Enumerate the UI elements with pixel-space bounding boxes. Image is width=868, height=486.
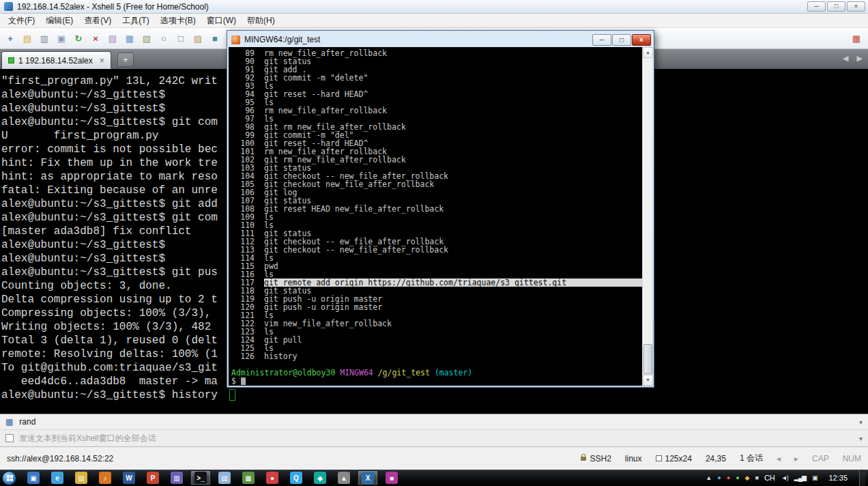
menu-item[interactable]: 帮助(H): [242, 14, 280, 28]
tray-app-icon-2[interactable]: ●: [727, 475, 729, 481]
taskbar-app-icon-2[interactable]: e: [47, 470, 68, 485]
tray-app-icon-4[interactable]: ◆: [745, 475, 749, 481]
taskbar-app-icon-5[interactable]: W: [119, 470, 139, 485]
toolbar-icon-3[interactable]: ▥: [37, 31, 52, 46]
start-button[interactable]: [2, 471, 16, 485]
input-line: $: [231, 377, 642, 385]
taskbar-app-icon-6[interactable]: P: [143, 470, 163, 485]
menu-item[interactable]: 工具(T): [117, 14, 154, 28]
window-controls: ─ □ ×: [807, 1, 865, 12]
show-desktop-button[interactable]: [859, 470, 865, 486]
cursor-position-label: 24,35: [706, 454, 726, 463]
mingw-scrollbar[interactable]: ▲ ▼: [642, 47, 652, 386]
windows-flag-icon: [7, 475, 10, 478]
menu-item[interactable]: 编辑(E): [40, 14, 78, 28]
taskbar-app-icon-8[interactable]: >_: [190, 470, 211, 485]
mingw-terminal[interactable]: 89 rm new_file_after_rollback 90 git sta…: [229, 47, 652, 386]
minimize-button[interactable]: ─: [807, 1, 826, 12]
taskbar-clock[interactable]: 12:35: [823, 474, 853, 482]
quick-command-set-icon: ▦: [5, 418, 13, 426]
language-indicator[interactable]: CH: [764, 474, 775, 482]
mingw-maximize-button[interactable]: □: [612, 34, 631, 46]
find-icon[interactable]: ○: [156, 31, 171, 46]
tray-expand-icon[interactable]: ▲: [706, 475, 711, 481]
toolbar-icon-12[interactable]: ▨: [190, 31, 205, 46]
mingw-terminal-text: 89 rm new_file_after_rollback 90 git sta…: [229, 47, 642, 386]
toolbar-icon-7[interactable]: ▤: [105, 31, 120, 46]
session-nav-left-icon[interactable]: ◂: [777, 454, 781, 463]
toolbar-icon-9[interactable]: ▧: [139, 31, 154, 46]
scroll-thumb[interactable]: [643, 344, 652, 374]
history-command: ls: [264, 213, 642, 221]
disconnect-icon[interactable]: ×: [88, 31, 103, 46]
toolbar-icon-glyph: □: [178, 33, 184, 44]
toolbar-icon-13[interactable]: ■: [207, 31, 222, 46]
layout-panes-icon[interactable]: ▦: [849, 31, 864, 46]
taskbar-app-icon-3[interactable]: ▤: [71, 470, 91, 485]
taskbar-app-icon-10[interactable]: ▦: [238, 470, 259, 485]
network-icon[interactable]: ▂▄▆: [794, 475, 806, 481]
taskbar-app-icon-9[interactable]: ▤: [214, 470, 235, 485]
toolbar-icon-8[interactable]: ▦: [122, 31, 137, 46]
reconnect-icon[interactable]: ↻: [71, 31, 86, 46]
tab-close-icon[interactable]: ×: [100, 56, 104, 66]
taskbar-app-icon-15[interactable]: X: [358, 470, 378, 485]
open-sessions-icon[interactable]: ▤: [20, 31, 35, 46]
window-title: 192.168.14.52alex - Xshell 5 (Free for H…: [17, 2, 807, 12]
mingw-close-button[interactable]: ×: [632, 34, 651, 46]
taskbar-app-icon-16[interactable]: ■: [381, 470, 402, 485]
mingw-titlebar[interactable]: MINGW64:/g/git_test ─ □ ×: [229, 32, 652, 47]
history-command: git commit -m "delete": [264, 74, 642, 82]
taskbar-app-icon-14[interactable]: ▲: [334, 470, 354, 485]
new-tab-button[interactable]: +: [117, 53, 134, 67]
toolbar-icon-4[interactable]: ▣: [54, 31, 69, 46]
action-center-icon[interactable]: ▣: [812, 475, 818, 481]
taskbar-app-glyph: ▤: [75, 472, 87, 484]
mingw-window: MINGW64:/g/git_test ─ □ × 89 rm new_file…: [227, 30, 654, 388]
quick-command-button[interactable]: rand: [19, 417, 35, 427]
tray-app-icon-5[interactable]: ■: [755, 475, 757, 481]
tray-app-icon-3[interactable]: ●: [736, 475, 738, 481]
taskbar-app-icon-1[interactable]: ▣: [23, 470, 44, 485]
scroll-down-button[interactable]: ▼: [643, 375, 653, 386]
taskbar-app-icon-11[interactable]: ●: [262, 470, 283, 485]
session-tab[interactable]: 1 192.168.14.52alex ×: [1, 51, 111, 69]
scroll-up-button[interactable]: ▲: [643, 47, 653, 58]
session-nav-right-icon[interactable]: ▸: [794, 454, 798, 463]
connection-info: ssh://alex@192.168.14.52:22: [7, 454, 113, 463]
xshell-titlebar[interactable]: 192.168.14.52alex - Xshell 5 (Free for H…: [0, 0, 868, 14]
history-command: ls: [264, 328, 642, 336]
tab-scroll-right-icon[interactable]: ▶: [857, 54, 863, 63]
toolbar-icon-glyph: ▦: [126, 33, 134, 44]
print-icon[interactable]: □: [173, 31, 188, 46]
menu-item[interactable]: 窗口(W): [201, 14, 242, 28]
taskbar-app-icon-13[interactable]: ◆: [310, 470, 330, 485]
caps-lock-indicator: CAP: [812, 454, 829, 463]
system-tray: ▲●●●◆■ CH ◄)▂▄▆▣ 12:35: [706, 470, 868, 486]
history-line: 126 history: [231, 352, 642, 360]
taskbar-app-icon-7[interactable]: ▥: [167, 470, 187, 485]
prompt-symbol: $: [231, 377, 236, 385]
menu-item[interactable]: 查看(V): [78, 14, 117, 28]
mingw-minimize-button[interactable]: ─: [592, 34, 611, 46]
status-bar: ssh://alex@192.168.14.52:22 SSH2 linux 1…: [0, 446, 868, 470]
broadcastbar-dropdown-icon[interactable]: ▾: [859, 435, 863, 442]
menu-item[interactable]: 选项卡(B): [155, 14, 201, 28]
taskbar-app-icon-12[interactable]: Q: [286, 470, 306, 485]
tab-scroll-left-icon[interactable]: ◀: [843, 54, 848, 63]
taskbar-app-glyph: Q: [290, 472, 302, 484]
menu-item[interactable]: 文件(F): [3, 14, 40, 28]
new-session-icon[interactable]: +: [3, 31, 18, 46]
history-line: 108 git reset HEAD new_file_after_rollba…: [231, 205, 642, 213]
history-command: ls: [264, 254, 642, 262]
taskbar-app-glyph: ▤: [218, 472, 231, 484]
history-command: history: [264, 352, 642, 360]
tray-app-icon-1[interactable]: ●: [717, 475, 720, 481]
taskbar-app-icon-4[interactable]: ♪: [95, 470, 115, 485]
close-button[interactable]: ×: [847, 1, 865, 12]
protocol-label: SSH2: [590, 454, 611, 463]
quickbar-dropdown-icon[interactable]: ▾: [859, 418, 863, 426]
broadcast-checkbox[interactable]: [5, 434, 14, 442]
volume-icon[interactable]: ◄): [781, 475, 788, 481]
restore-button[interactable]: □: [827, 1, 845, 12]
